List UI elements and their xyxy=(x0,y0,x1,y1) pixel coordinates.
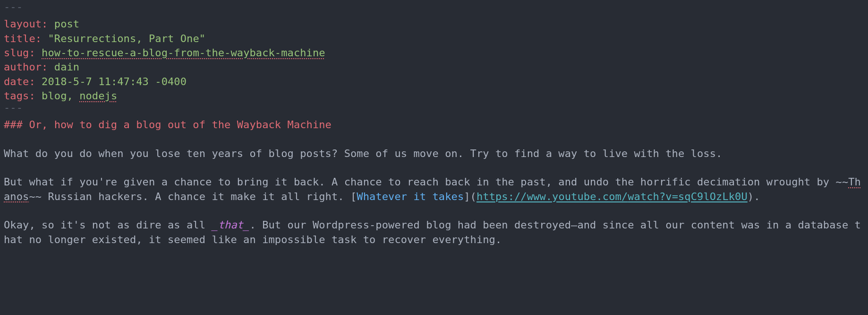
fm-date: date: 2018-5-7 11:47:43 -0400 xyxy=(4,75,864,89)
editor-content[interactable]: --- layout: post title: "Resurrections, … xyxy=(4,3,864,247)
paragraph-3: Okay, so it's not as dire as all _that_.… xyxy=(4,218,864,247)
emphasis: _that_ xyxy=(212,219,249,231)
paragraph-1: What do you do when you lose ten years o… xyxy=(4,147,864,161)
fm-tags: tags: blog, nodejs xyxy=(4,89,864,103)
md-link-text: Whatever it takes xyxy=(357,191,464,202)
heading-h3: ### Or, how to dig a blog out of the Way… xyxy=(4,118,864,132)
fm-author: author: dain xyxy=(4,60,864,74)
frontmatter-delim-bottom: --- xyxy=(4,102,23,114)
fm-layout: layout: post xyxy=(4,17,864,31)
md-link-url[interactable]: https://www.youtube.com/ xyxy=(477,191,628,202)
fm-title: title: "Resurrections, Part One" xyxy=(4,32,864,46)
fm-slug: slug: how-to-rescue-a-blog-from-the-wayb… xyxy=(4,46,864,60)
paragraph-2: But what if you're given a chance to bri… xyxy=(4,175,864,204)
frontmatter-delim-top: --- xyxy=(4,1,23,13)
